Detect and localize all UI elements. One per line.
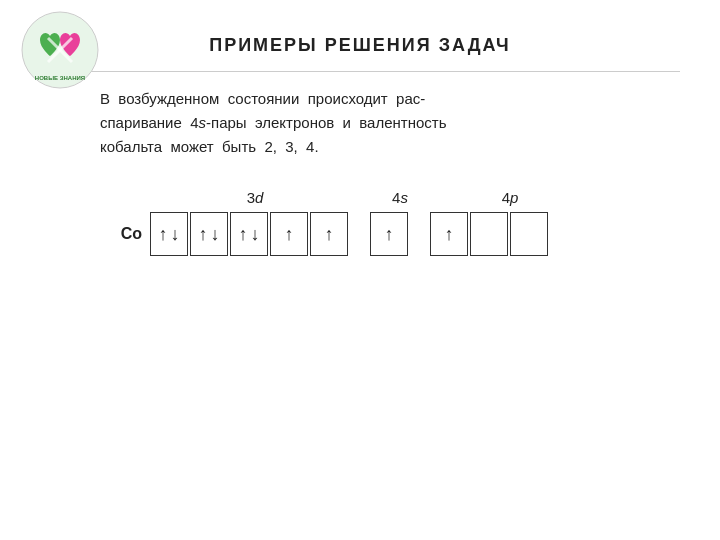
arrow-down xyxy=(251,225,260,243)
orbital-diagram: 3d 4s 4p Co xyxy=(100,189,660,256)
orbital-box-4p-3 xyxy=(510,212,548,256)
arrow-up xyxy=(445,225,454,243)
body-text: В возбужденном состоянии происходит рас-… xyxy=(100,87,660,159)
orbital-labels-row: 3d 4s 4p xyxy=(150,189,660,206)
orbital-box-3d-2 xyxy=(190,212,228,256)
arrow-up xyxy=(239,225,248,243)
orbital-box-3d-1 xyxy=(150,212,188,256)
svg-text:НОВЫЕ ЗНАНИЯ: НОВЫЕ ЗНАНИЯ xyxy=(35,75,85,81)
label-4p: 4p xyxy=(440,189,580,206)
boxes-4p xyxy=(430,212,548,256)
divider xyxy=(40,71,680,72)
orbital-box-3d-5 xyxy=(310,212,348,256)
arrow-up xyxy=(325,225,334,243)
label-4s: 4s xyxy=(360,189,440,206)
page: НОВЫЕ ЗНАНИЯ ПРИМЕРЫ РЕШЕНИЯ ЗАДАЧ В воз… xyxy=(0,0,720,540)
arrow-down xyxy=(211,225,220,243)
title-area: ПРИМЕРЫ РЕШЕНИЯ ЗАДАЧ xyxy=(40,20,680,66)
label-3d: 3d xyxy=(150,189,360,206)
logo: НОВЫЕ ЗНАНИЯ xyxy=(20,10,100,90)
page-title: ПРИМЕРЫ РЕШЕНИЯ ЗАДАЧ xyxy=(40,35,680,56)
orbital-boxes-row: Co xyxy=(100,212,660,256)
element-label: Co xyxy=(100,225,150,243)
orbital-box-4p-2 xyxy=(470,212,508,256)
boxes-4s xyxy=(370,212,408,256)
boxes-3d xyxy=(150,212,348,256)
orbital-box-3d-3 xyxy=(230,212,268,256)
arrow-up xyxy=(285,225,294,243)
orbital-box-3d-4 xyxy=(270,212,308,256)
orbital-box-4s-1 xyxy=(370,212,408,256)
arrow-down xyxy=(171,225,180,243)
arrow-up xyxy=(199,225,208,243)
arrow-up xyxy=(159,225,168,243)
orbital-box-4p-1 xyxy=(430,212,468,256)
arrow-up xyxy=(385,225,394,243)
